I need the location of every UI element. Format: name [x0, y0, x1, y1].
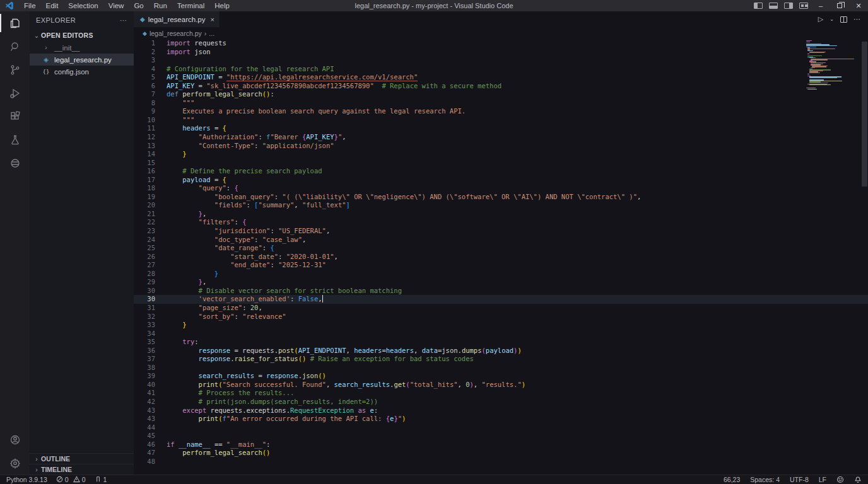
- ports-indicator[interactable]: 1: [95, 476, 107, 484]
- code-line[interactable]: 7def perform_legal_search():: [134, 90, 868, 99]
- editor-more-actions-icon[interactable]: ⋯: [853, 15, 860, 23]
- tab-legal-research[interactable]: ◆ legal_research.py ×: [134, 11, 220, 27]
- code-line[interactable]: 23 "jurisdiction": "US_FEDERAL",: [134, 227, 868, 236]
- code-line[interactable]: 36 response = requests.post(API_ENDPOINT…: [134, 347, 868, 355]
- code-line[interactable]: 8 """: [134, 99, 868, 108]
- code-line[interactable]: 2import json: [134, 48, 868, 57]
- code-line[interactable]: 27 "end_date": "2025-12-31": [134, 261, 868, 270]
- code-line[interactable]: 20 "fields": ["summary", "full_text"]: [134, 201, 868, 210]
- editor-scrollbar[interactable]: [862, 42, 867, 187]
- code-line[interactable]: 26 "start_date": "2020-01-01",: [134, 253, 868, 262]
- python-version[interactable]: Python 3.9.13: [6, 476, 47, 483]
- code-line[interactable]: 39 search_results = response.json(): [134, 372, 868, 381]
- outline-section[interactable]: › OUTLINE: [30, 453, 134, 464]
- menu-edit[interactable]: Edit: [41, 2, 64, 9]
- file-item-legal-research-py[interactable]: ◈legal_research.py: [30, 54, 134, 66]
- menu-selection[interactable]: Selection: [63, 2, 103, 9]
- code-line[interactable]: 30 # Disable vector search for strict bo…: [134, 287, 868, 296]
- file-item-config-json[interactable]: {}config.json: [30, 66, 134, 78]
- code-line[interactable]: 5API_ENDPOINT = "https://api.legalresear…: [134, 73, 868, 82]
- code-line[interactable]: 17 payload = {: [134, 176, 868, 185]
- split-editor-icon[interactable]: [840, 16, 847, 23]
- code-line[interactable]: 31 "page_size": 20,: [134, 304, 868, 313]
- cursor-position[interactable]: 66,23: [724, 476, 740, 483]
- minimize-button[interactable]: –: [811, 0, 830, 11]
- restore-button[interactable]: [830, 0, 849, 11]
- code-line[interactable]: 41 # Process the results...: [134, 389, 868, 398]
- close-button[interactable]: ✕: [849, 0, 868, 11]
- code-line[interactable]: 40 print("Search successful. Found", sea…: [134, 381, 868, 389]
- menu-help[interactable]: Help: [209, 2, 235, 9]
- extensions-icon[interactable]: [0, 105, 30, 128]
- file-item--init-[interactable]: ›__init__: [30, 42, 134, 54]
- search-icon[interactable]: [0, 35, 30, 58]
- remote-icon[interactable]: [0, 151, 30, 175]
- run-debug-icon[interactable]: [0, 81, 30, 105]
- code-line[interactable]: 12 "Authorization": f"Bearer {API_KEY}",: [134, 133, 868, 142]
- encoding-indicator[interactable]: UTF-8: [790, 476, 809, 483]
- close-tab-icon[interactable]: ×: [210, 16, 214, 23]
- menu-view[interactable]: View: [103, 2, 129, 9]
- code-line[interactable]: 32 "sort_by": "relevance": [134, 313, 868, 321]
- explorer-more-icon[interactable]: ⋯: [120, 16, 127, 25]
- customize-layout-icon[interactable]: [799, 3, 808, 9]
- explorer-icon[interactable]: [0, 11, 30, 35]
- code-line[interactable]: 43 print(f"An error occurred during the …: [134, 415, 868, 424]
- code-line[interactable]: 6API_KEY = "sk_live_abcdef1234567890abcd…: [134, 82, 868, 91]
- code-line[interactable]: 22 "filters": {: [134, 218, 868, 227]
- code-line[interactable]: 44: [134, 424, 868, 432]
- code-line[interactable]: 25 "date_range": {: [134, 244, 868, 253]
- code-line[interactable]: 24 "doc_type": "case_law",: [134, 236, 868, 245]
- source-control-icon[interactable]: [0, 58, 30, 81]
- code-line[interactable]: 21 },: [134, 210, 868, 219]
- run-dropdown-icon[interactable]: ⌄: [830, 16, 834, 22]
- code-line[interactable]: 38: [134, 364, 868, 372]
- code-line[interactable]: 1import requests: [134, 39, 868, 48]
- code-line[interactable]: 3: [134, 56, 868, 65]
- problems-indicator[interactable]: 0 0: [56, 476, 86, 484]
- menu-file[interactable]: File: [19, 2, 41, 9]
- menu-terminal[interactable]: Terminal: [172, 2, 209, 9]
- open-editors-section[interactable]: ⌄ OPEN EDITORS: [30, 29, 134, 42]
- timeline-section[interactable]: › TIMELINE: [30, 464, 134, 475]
- menu-go[interactable]: Go: [129, 2, 148, 9]
- code-line[interactable]: 13 "Content-Type": "application/json": [134, 142, 868, 151]
- code-line[interactable]: 37 response.raise_for_status() # Raise a…: [134, 355, 868, 364]
- toggle-sidebar-icon[interactable]: [754, 3, 763, 9]
- code-line[interactable]: 35 try:: [134, 338, 868, 347]
- code-line[interactable]: 28 }: [134, 270, 868, 279]
- breadcrumb[interactable]: ◆ legal_research.py › ...: [134, 27, 868, 39]
- menu-run[interactable]: Run: [149, 2, 172, 9]
- indentation-indicator[interactable]: Spaces: 4: [750, 476, 780, 483]
- code-line-current[interactable]: 30 'vector_search_enabled': False,: [134, 295, 868, 304]
- testing-icon[interactable]: [0, 128, 30, 151]
- code-line[interactable]: 14 }: [134, 150, 868, 159]
- code-line[interactable]: 10 """: [134, 116, 868, 125]
- notifications-bell-icon[interactable]: [854, 476, 862, 483]
- code-line[interactable]: 9 Executes a precise boolean search quer…: [134, 107, 868, 116]
- account-icon[interactable]: [0, 428, 30, 451]
- code-line[interactable]: 15: [134, 159, 868, 168]
- code-line[interactable]: 29 },: [134, 278, 868, 287]
- settings-gear-icon[interactable]: [0, 451, 30, 475]
- code-line[interactable]: 16 # Define the precise search payload: [134, 167, 868, 176]
- code-line[interactable]: 4# Configuration for the legal research …: [134, 65, 868, 74]
- code-line[interactable]: 11 headers = {: [134, 124, 868, 133]
- toggle-secondary-sidebar-icon[interactable]: [784, 3, 793, 9]
- code-line[interactable]: 43 except requests.exceptions.RequestExc…: [134, 406, 868, 415]
- eol-indicator[interactable]: LF: [819, 476, 826, 483]
- code-line[interactable]: 18 "query": {: [134, 184, 868, 193]
- code-editor[interactable]: 1import requests2import json34# Configur…: [134, 39, 868, 475]
- code-line[interactable]: 19 "boolean_query": "( (\"liability\" OR…: [134, 193, 868, 202]
- run-python-file-button[interactable]: ▷: [818, 15, 823, 23]
- code-line[interactable]: 47 perform_legal_search(): [134, 449, 868, 458]
- feedback-icon[interactable]: [836, 476, 844, 483]
- code-line[interactable]: 45: [134, 432, 868, 441]
- minimap[interactable]: [806, 40, 858, 91]
- code-line[interactable]: 48: [134, 458, 868, 466]
- code-line[interactable]: 46if __name__ == "__main__":: [134, 441, 868, 449]
- toggle-panel-icon[interactable]: [769, 3, 778, 9]
- code-line[interactable]: 34: [134, 330, 868, 338]
- code-line[interactable]: 33 }: [134, 321, 868, 330]
- code-line[interactable]: 42 # print(json.dumps(search_results, in…: [134, 398, 868, 406]
